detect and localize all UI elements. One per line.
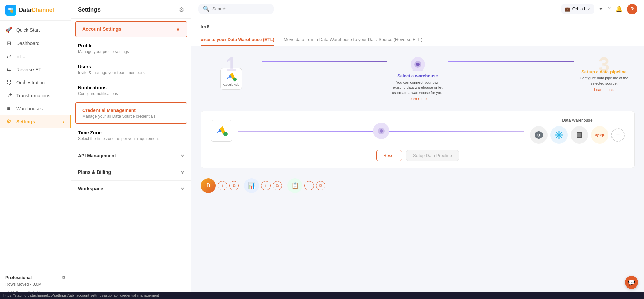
sidebar-item-etl[interactable]: ⇄ ETL: [0, 50, 71, 63]
setup-pipeline-button[interactable]: Setup Data Pipeline: [406, 150, 459, 161]
action-row: Reset Setup Data Pipeline: [211, 150, 625, 161]
search-bar[interactable]: 🔍: [198, 4, 274, 14]
notification-icon[interactable]: 🔔: [616, 6, 622, 12]
warehouse-icon-redshift: [571, 126, 588, 144]
workspace-selector[interactable]: 💼 Orbia.i ∨: [561, 4, 594, 14]
warehouse-icon-qlik: Q: [530, 126, 548, 144]
workspace-briefcase-icon: 💼: [565, 6, 570, 12]
bottom-source-1: D + ⧉: [201, 178, 239, 193]
warehouse-icon-snowflake: [550, 126, 568, 144]
bottom-sources-row: D + ⧉ 📊 + ⧉ 📋 + ⧉: [201, 175, 635, 197]
users-item-desc: Invite & manage your team members: [78, 70, 184, 75]
topbar: 🔍 💼 Orbia.i ∨ ✦ ? 🔔 R: [191, 0, 644, 18]
add-source-3-button[interactable]: +: [304, 181, 314, 190]
tab-reverse-etl[interactable]: Move data from a Data Warehouse to your …: [284, 33, 422, 46]
sidebar-item-label: Reverse ETL: [16, 67, 44, 72]
workspace-header[interactable]: Workspace ∨: [71, 181, 191, 197]
sidebar: DataChannel 🚀 Quick Start ⊞ Dashboard ⇄ …: [0, 0, 71, 299]
chat-bubble-button[interactable]: 💬: [625, 276, 638, 289]
step-3-block: 3 Set up a data pipeline Configure data …: [574, 54, 635, 92]
step-3-learn[interactable]: Learn more.: [577, 88, 631, 92]
bottom-source-2: 📊 + ⧉: [244, 178, 282, 193]
sidebar-item-label: Orchestration: [16, 80, 45, 85]
time-zone-item-title: Time Zone: [78, 130, 184, 135]
sidebar-item-reverse-etl[interactable]: ⇆ Reverse ETL: [0, 63, 71, 76]
settings-item-credential-management[interactable]: Credential Management Manage your all Da…: [75, 102, 187, 124]
workspace-section: Workspace ∨: [71, 181, 191, 197]
settings-item-notifications[interactable]: Notifications Configure notifications: [71, 80, 191, 101]
sidebar-item-quickstart[interactable]: 🚀 Quick Start: [0, 23, 71, 37]
step-connector-1: [262, 61, 387, 62]
warehouse-icon-add[interactable]: +: [611, 128, 625, 142]
step-3-number: 3: [598, 54, 609, 75]
warehouse-icon-mysql: MySQL: [591, 126, 608, 144]
sparkle-icon[interactable]: ✦: [599, 6, 603, 12]
add-source-2-button[interactable]: +: [261, 181, 271, 190]
tab-etl[interactable]: urce to your Data Warehouse (ETL): [201, 33, 274, 46]
topbar-right: 💼 Orbia.i ∨ ✦ ? 🔔 R: [561, 4, 637, 14]
search-input[interactable]: [212, 6, 269, 12]
step-2-center-icon: [411, 57, 425, 71]
api-management-section: API Management ∨: [71, 147, 191, 164]
tabs-row: urce to your Data Warehouse (ETL) Move d…: [201, 33, 635, 46]
pipeline-steps: 1 Google Ads: [201, 54, 635, 101]
add-source-1-button[interactable]: +: [218, 181, 227, 190]
notifications-item-title: Notifications: [78, 85, 184, 90]
api-management-chevron-icon: ∨: [181, 153, 184, 158]
notifications-item-desc: Configure notifications: [78, 91, 184, 96]
settings-item-time-zone[interactable]: Time Zone Select the time zone as per yo…: [71, 125, 191, 146]
main-content: 🔍 💼 Orbia.i ∨ ✦ ? 🔔 R ted! urce to your …: [191, 0, 644, 299]
search-icon: 🔍: [203, 6, 210, 12]
external-3-button[interactable]: ⧉: [316, 181, 325, 190]
sidebar-item-dashboard[interactable]: ⊞ Dashboard: [0, 37, 71, 50]
avatar[interactable]: R: [627, 4, 637, 14]
step-2-learn[interactable]: Learn more.: [391, 97, 445, 101]
account-settings-header[interactable]: Account Settings ∧: [75, 21, 187, 37]
external-link-icon[interactable]: ⧉: [62, 275, 65, 280]
sidebar-item-warehouses[interactable]: ≡ Warehouses: [0, 102, 71, 115]
sidebar-item-label: Quick Start: [16, 27, 40, 33]
warehouse-icons-row: Q: [530, 126, 625, 144]
logo-text: DataChannel: [19, 7, 54, 14]
connector-line-right: [389, 131, 525, 132]
url-bar: https://staging.datachannel.co/settings?…: [191, 292, 644, 299]
account-settings-body: Profile Manage your profile settings Use…: [71, 38, 191, 147]
sidebar-item-orchestration[interactable]: ⛓ Orchestration: [0, 76, 71, 89]
settings-gear-icon[interactable]: ⚙: [179, 6, 184, 14]
svg-text:Q: Q: [537, 133, 540, 137]
plan-badge: Professional ⧉: [5, 275, 65, 280]
sidebar-item-transformations[interactable]: ⎇ Transformations: [0, 89, 71, 102]
step-2-block: 2 Select a warehouse: [387, 54, 448, 101]
sidebar-item-label: Warehouses: [16, 106, 43, 111]
external-1-button[interactable]: ⧉: [229, 181, 239, 190]
settings-item-users[interactable]: Users Invite & manage your team members: [71, 59, 191, 80]
sidebar-nav: 🚀 Quick Start ⊞ Dashboard ⇄ ETL ⇆ Revers…: [0, 21, 71, 271]
transformations-icon: ⎇: [5, 92, 12, 99]
external-2-button[interactable]: ⧉: [273, 181, 282, 190]
help-icon[interactable]: ?: [608, 6, 611, 12]
settings-panel-body: Account Settings ∧ Profile Manage your p…: [71, 19, 191, 299]
plans-billing-section: Plans & Billing ∨: [71, 164, 191, 181]
account-settings-section: Account Settings ∧ Profile Manage your p…: [71, 21, 191, 147]
profile-item-title: Profile: [78, 43, 184, 48]
svg-point-3: [233, 78, 237, 82]
settings-panel: Settings ⚙ Account Settings ∧ Profile Ma…: [71, 0, 191, 299]
reset-button[interactable]: Reset: [376, 150, 402, 161]
svg-point-2: [11, 8, 13, 10]
settings-item-profile[interactable]: Profile Manage your profile settings: [71, 38, 191, 59]
plan-label: Professional: [5, 275, 32, 280]
step-3-desc: Configure data pipeline of the selected …: [577, 76, 631, 86]
welcome-text: ted!: [201, 24, 635, 29]
plans-billing-header[interactable]: Plans & Billing ∨: [71, 164, 191, 180]
dashboard-icon: ⊞: [5, 40, 12, 46]
warehouses-icon: ≡: [5, 106, 12, 112]
account-settings-chevron-icon: ∧: [176, 27, 180, 32]
svg-point-0: [8, 8, 11, 10]
warehouse-icons-area: Data Warehouse Q: [530, 118, 625, 144]
api-management-header[interactable]: API Management ∨: [71, 147, 191, 164]
sidebar-item-settings[interactable]: ⚙ Settings ›: [0, 115, 71, 128]
rocket-icon: 🚀: [5, 27, 12, 33]
bottom-icon-3: 📋: [287, 178, 302, 193]
source-google-ads: [211, 120, 232, 142]
svg-point-5: [416, 63, 420, 66]
